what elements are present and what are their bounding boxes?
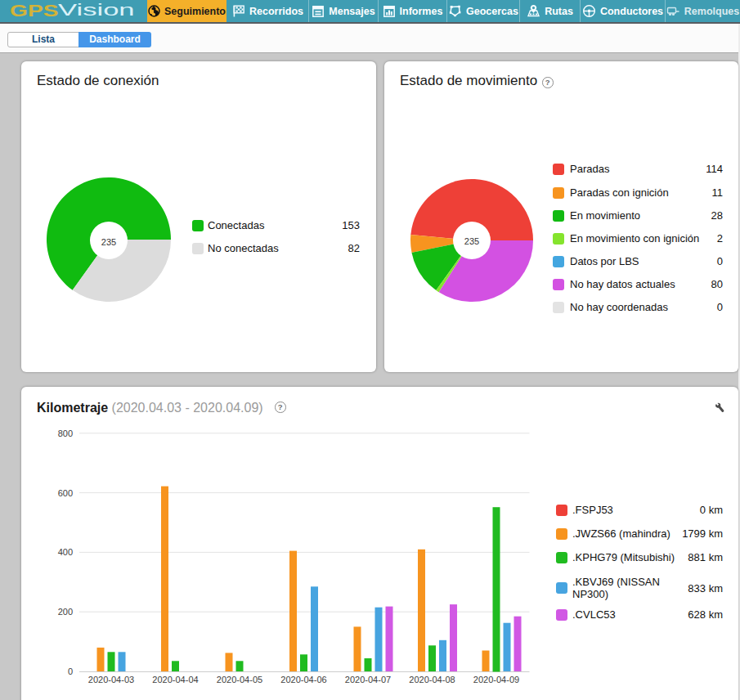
svg-text:2020-04-06: 2020-04-06 <box>280 675 326 684</box>
svg-text:235: 235 <box>464 236 479 246</box>
svg-text:600: 600 <box>58 488 73 498</box>
svg-text:2020-04-04: 2020-04-04 <box>152 675 198 684</box>
svg-text:2020-04-03: 2020-04-03 <box>88 675 134 684</box>
svg-text:200: 200 <box>58 607 73 617</box>
svg-text:0: 0 <box>68 666 73 676</box>
svg-text:2020-04-05: 2020-04-05 <box>217 675 262 684</box>
svg-text:235: 235 <box>101 237 116 247</box>
svg-text:2020-04-09: 2020-04-09 <box>473 675 519 684</box>
svg-text:400: 400 <box>58 547 73 557</box>
svg-text:2020-04-07: 2020-04-07 <box>345 675 391 684</box>
svg-text:2020-04-08: 2020-04-08 <box>409 675 455 684</box>
svg-text:800: 800 <box>58 429 73 438</box>
